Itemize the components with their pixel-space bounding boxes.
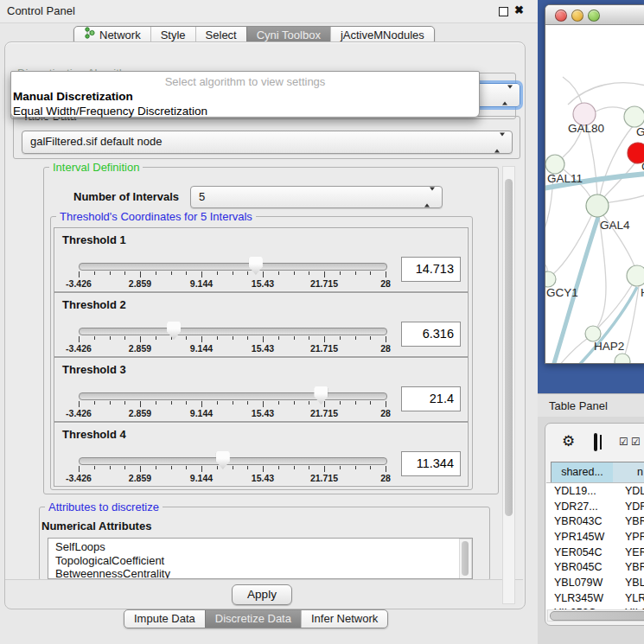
threshold-label: Threshold 3 (62, 363, 126, 376)
algorithm-option-manual-discretization[interactable]: Manual Discretization (11, 89, 479, 104)
tick-mark (124, 271, 125, 275)
tick-mark (370, 336, 371, 340)
close-traffic-light[interactable] (555, 10, 567, 22)
table-row[interactable]: YPR145WYPR1 (546, 529, 644, 545)
table-row[interactable]: YDL19...YDL1 (546, 483, 644, 499)
attributes-list-scrollbar[interactable] (459, 539, 472, 579)
node-label-ga: GA (636, 125, 644, 138)
dropdown-placeholder: Select algorithm to view settings (11, 72, 479, 89)
threshold-slider[interactable]: -3.4262.8599.14415.4321.71528 (79, 321, 386, 355)
tick-mark (294, 466, 295, 469)
network-canvas[interactable]: GAL80GACGAL11GAL4GCY1HHAP2 (545, 24, 644, 363)
table-row[interactable]: YER054CYER0 (546, 545, 644, 560)
network-node[interactable] (545, 271, 556, 287)
cell-name: YBR0 (622, 561, 644, 573)
table-data-combobox[interactable]: galFiltered.sif default node (22, 131, 513, 154)
tick-label: 21.715 (310, 343, 338, 354)
tick-label: 2.859 (129, 473, 151, 483)
tick-mark (140, 336, 141, 342)
attribute-item-selfloops[interactable]: SelfLoops (48, 540, 472, 554)
tick-label: 28 (380, 343, 391, 354)
panel-scrollbar[interactable] (502, 166, 515, 604)
tick-label: 9.144 (190, 343, 213, 354)
tick-mark (386, 336, 386, 342)
slider-thumb[interactable] (249, 257, 263, 275)
threshold-value-field[interactable]: 21.4 (401, 386, 461, 411)
tick-mark (309, 466, 309, 469)
network-node[interactable] (615, 354, 630, 363)
num-intervals-combobox[interactable]: 5 (190, 186, 443, 208)
threshold-slider[interactable]: -3.4262.8599.14415.4321.71528 (79, 386, 386, 420)
threshold-slider[interactable]: -3.4262.8599.14415.4321.71528 (79, 450, 386, 485)
threshold-slider[interactable]: -3.4262.8599.14415.4321.71528 (79, 256, 386, 290)
float-window-icon[interactable] (499, 7, 508, 16)
cell-shared-name: YPR145W (546, 531, 622, 543)
table-row[interactable]: YBR043CYBR0 (546, 513, 644, 529)
table-h-scrollbar[interactable] (547, 609, 644, 622)
slider-track[interactable] (79, 263, 387, 271)
slider-thumb[interactable] (167, 322, 181, 340)
table-row[interactable]: YDR27...YDR2 (546, 499, 644, 514)
attribute-item-betweennesscentrality[interactable]: BetweennessCentrality (48, 567, 472, 579)
cell-shared-name: YLR345W (546, 592, 622, 604)
gear-icon[interactable]: ⚙ (562, 432, 575, 450)
attribute-item-topologicalcoefficient[interactable]: TopologicalCoefficient (48, 554, 472, 568)
cell-name: YER0 (622, 546, 644, 558)
bottom-tab-impute-data[interactable]: Impute Data (124, 610, 205, 628)
cell-name: YBL0 (622, 577, 644, 589)
network-edge (568, 83, 644, 105)
node-label-hap2: HAP2 (594, 340, 624, 353)
table-row[interactable]: YLR345WYLR3 (546, 590, 644, 606)
tick-mark (355, 336, 356, 340)
column-header-name[interactable]: n (613, 462, 644, 483)
bottom-tab-infer-network[interactable]: Infer Network (301, 610, 387, 628)
tick-mark (340, 336, 341, 340)
node-label-h: H (641, 286, 644, 299)
network-view-window[interactable]: GAL80GACGAL11GAL4GCY1HHAP2 (545, 4, 644, 364)
zoom-traffic-light[interactable] (588, 10, 600, 22)
tick-mark (370, 401, 371, 405)
threshold-label: Threshold 4 (62, 428, 126, 441)
minimize-traffic-light[interactable] (571, 10, 583, 22)
tick-mark (186, 401, 187, 405)
tick-mark (217, 271, 218, 275)
slider-track[interactable] (79, 328, 387, 335)
column-header-shared[interactable]: shared... (551, 462, 614, 483)
slider-track[interactable] (79, 457, 387, 465)
tick-label: 28 (380, 473, 391, 483)
network-node[interactable] (624, 106, 644, 127)
checkbox-icon-2[interactable]: ☑ (631, 436, 641, 448)
network-edge (605, 195, 644, 203)
threshold-box-1: Threshold 1-3.4262.8599.14415.4321.71528… (54, 227, 469, 292)
threshold-value-field[interactable]: 6.316 (401, 322, 461, 347)
tick-mark (94, 466, 95, 469)
slider-thumb[interactable] (314, 386, 328, 405)
tick-label: -3.426 (66, 408, 92, 418)
network-window-titlebar[interactable] (545, 5, 644, 25)
apply-button[interactable]: Apply (232, 584, 292, 605)
tick-mark (278, 401, 279, 405)
network-node[interactable] (627, 265, 644, 286)
tick-mark (94, 401, 95, 405)
tick-mark (79, 336, 80, 342)
threshold-label: Threshold 1 (62, 233, 126, 246)
network-node[interactable] (586, 194, 609, 217)
checkbox-icon[interactable]: ☑ (619, 436, 628, 448)
node-label-gal80: GAL80 (568, 122, 604, 135)
slider-track[interactable] (79, 392, 387, 400)
network-node[interactable] (545, 155, 564, 174)
tick-mark (324, 466, 325, 472)
algorithm-option-equal-width-frequency-discretization[interactable]: Equal Width/Frequency Discretization (11, 104, 479, 118)
bottom-tab-discretize-data[interactable]: Discretize Data (205, 610, 301, 628)
bottom-tab-label: Infer Network (311, 610, 378, 628)
columns-icon[interactable] (594, 433, 597, 451)
tick-mark (110, 271, 111, 275)
threshold-value-field[interactable]: 11.344 (401, 451, 461, 476)
threshold-box-3: Threshold 3-3.4262.8599.14415.4321.71528… (54, 357, 469, 422)
close-icon[interactable]: ✖ (514, 3, 524, 16)
slider-thumb[interactable] (216, 451, 230, 469)
threshold-value-field[interactable]: 14.713 (401, 257, 461, 282)
table-row[interactable]: YBR045CYBR0 (546, 559, 644, 575)
table-row[interactable]: YBL079WYBL0 (546, 575, 644, 590)
attributes-list[interactable]: SelfLoopsTopologicalCoefficientBetweenne… (48, 538, 473, 579)
